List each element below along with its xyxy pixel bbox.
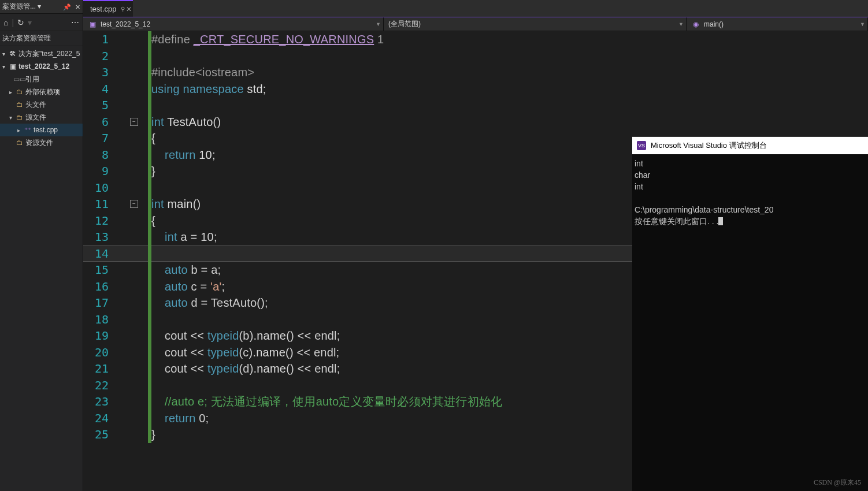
tree-file-test-cpp[interactable]: ▸⁺⁺test.cpp	[0, 124, 83, 136]
tree-sources[interactable]: ▾🗀源文件	[0, 111, 83, 124]
document-tab-bar: test.cpp ⚲ ✕	[83, 0, 868, 17]
cursor-icon	[718, 217, 723, 225]
solution-explorer-titlebar: 案资源管... ▾ 📌 ✕	[0, 0, 83, 14]
home-icon[interactable]: ⌂	[3, 18, 8, 27]
refresh-icon[interactable]: ↻	[17, 18, 24, 27]
chevron-down-icon: ▼	[860, 21, 865, 27]
tree-solution[interactable]: ▾🛠决方案"test_2022_5	[0, 47, 83, 60]
nav-member-dropdown[interactable]: main() ▼	[687, 17, 868, 31]
close-icon[interactable]: ✕	[75, 3, 80, 10]
tree-external-deps[interactable]: ▸🗀外部依赖项	[0, 85, 83, 98]
toolbar-more-icon[interactable]: ⋯	[71, 18, 79, 27]
document-tab-test-cpp[interactable]: test.cpp ⚲ ✕	[83, 0, 133, 17]
nav-scope-dropdown[interactable]: test_2022_5_12 ▼	[83, 17, 384, 31]
solution-tree: ▾🛠决方案"test_2022_5 ▾▣test_2022_5_12 ▭▭引用 …	[0, 46, 83, 149]
pin-icon[interactable]: ⚲	[121, 6, 125, 12]
nav-type-dropdown[interactable]: (全局范围) ▼	[384, 17, 687, 31]
visual-studio-icon: VS	[637, 141, 646, 150]
function-icon	[691, 20, 700, 29]
gutter: 1 2 3 4 5 6− 7 8 9 10 11− 12 13 14 15 16…	[83, 31, 151, 491]
solution-explorer-toolbar: ⌂ | ↻ ▾ ⋯	[0, 14, 83, 31]
debug-console-titlebar[interactable]: VS Microsoft Visual Studio 调试控制台	[632, 137, 868, 154]
tree-references[interactable]: ▭▭引用	[0, 73, 83, 85]
pin-icon[interactable]: 📌	[63, 3, 71, 10]
chevron-down-icon: ▼	[678, 21, 684, 27]
fold-toggle-icon[interactable]: −	[130, 200, 138, 208]
project-icon	[88, 20, 97, 29]
solution-explorer-title: 案资源管... ▾	[2, 2, 61, 12]
editor-nav-bar: test_2022_5_12 ▼ (全局范围) ▼ main() ▼	[83, 17, 868, 31]
debug-console-window: VS Microsoft Visual Studio 调试控制台 int cha…	[632, 136, 868, 491]
debug-console-title: Microsoft Visual Studio 调试控制台	[651, 140, 767, 151]
tree-headers[interactable]: 🗀头文件	[0, 98, 83, 111]
solution-explorer-header: 决方案资源管理	[0, 31, 83, 46]
fold-toggle-icon[interactable]: −	[130, 118, 138, 126]
debug-console-output[interactable]: int char int C:\programming\data-structu…	[632, 154, 868, 227]
tree-project[interactable]: ▾▣test_2022_5_12	[0, 60, 83, 73]
solution-explorer-panel: 案资源管... ▾ 📌 ✕ ⌂ | ↻ ▾ ⋯ 决方案资源管理 ▾🛠决方案"te…	[0, 0, 83, 491]
document-tab-label: test.cpp	[90, 5, 117, 13]
tree-resources[interactable]: 🗀资源文件	[0, 136, 83, 149]
watermark: CSDN @原来45	[814, 478, 861, 488]
close-icon[interactable]: ✕	[126, 5, 132, 13]
chevron-down-icon: ▼	[376, 21, 381, 27]
